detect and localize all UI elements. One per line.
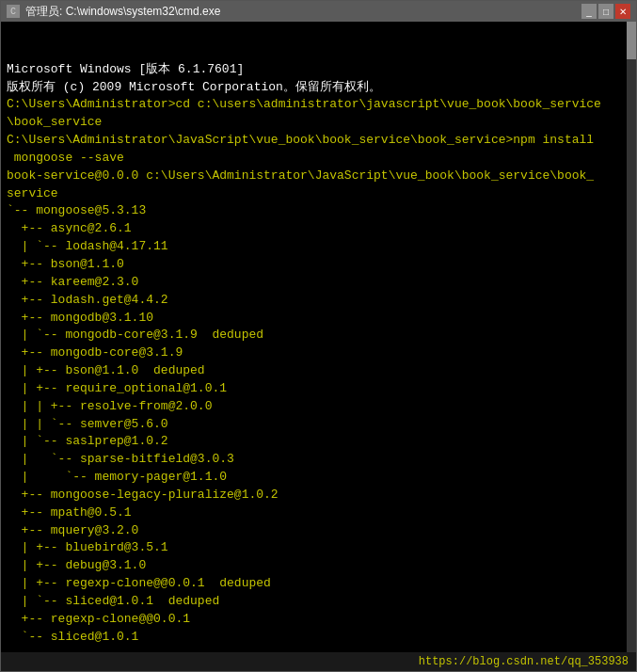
terminal-line: `-- sliced@1.0.1: [7, 629, 630, 647]
scrollbar[interactable]: [627, 22, 636, 652]
terminal-line: +-- mpath@0.5.1: [7, 504, 630, 522]
scrollbar-thumb[interactable]: [627, 22, 636, 59]
title-bar-left: C 管理员: C:\windows\system32\cmd.exe: [7, 4, 220, 20]
terminal-body: Microsoft Windows [版本 6.1.7601]版权所有 (c) …: [1, 22, 636, 652]
terminal-line: mongoose --save: [7, 150, 630, 168]
terminal-line: | +-- bluebird@3.5.1: [7, 539, 630, 557]
terminal-line: | +-- require_optional@1.0.1: [7, 380, 630, 398]
terminal-content: Microsoft Windows [版本 6.1.7601]版权所有 (c) …: [7, 25, 630, 648]
terminal-line: C:\Users\Administrator>cd c:\users\admin…: [7, 96, 630, 114]
cmd-icon: C: [7, 5, 20, 18]
close-button[interactable]: ✕: [615, 4, 630, 19]
terminal-line: | | `-- semver@5.6.0: [7, 416, 630, 434]
terminal-line: | +-- debug@3.1.0: [7, 557, 630, 575]
terminal-line: Microsoft Windows [版本 6.1.7601]: [7, 61, 630, 79]
terminal-line: +-- mongodb-core@3.1.9: [7, 344, 630, 362]
terminal-line: | `-- sliced@1.0.1 deduped: [7, 593, 630, 611]
terminal-line: +-- mquery@3.2.0: [7, 522, 630, 540]
terminal-line: +-- mongodb@3.1.10: [7, 310, 630, 328]
terminal-line: \book_service: [7, 114, 630, 132]
title-bar: C 管理员: C:\windows\system32\cmd.exe _ □ ✕: [1, 1, 636, 22]
terminal-line: | +-- bson@1.1.0 deduped: [7, 362, 630, 380]
terminal-line: | `-- saslprep@1.0.2: [7, 433, 630, 451]
csdn-link: https://blog.csdn.net/qq_353938: [419, 655, 629, 668]
terminal-line: +-- lodash.get@4.4.2: [7, 292, 630, 310]
terminal-line: | `-- lodash@4.17.11: [7, 238, 630, 256]
terminal-line: +-- mongoose-legacy-pluralize@1.0.2: [7, 487, 630, 504]
terminal-line: +-- async@2.6.1: [7, 220, 630, 238]
terminal-line: | `-- mongodb-core@3.1.9 deduped: [7, 327, 630, 344]
terminal-line: | +-- regexp-clone@@0.0.1 deduped: [7, 575, 630, 593]
maximize-button[interactable]: □: [598, 4, 613, 19]
terminal-line: 版权所有 (c) 2009 Microsoft Corporation。保留所有…: [7, 79, 630, 97]
terminal-line: | `-- sparse-bitfield@3.0.3: [7, 451, 630, 469]
terminal-line: | `-- memory-pager@1.1.0: [7, 469, 630, 487]
terminal-line: +-- bson@1.1.0: [7, 256, 630, 274]
terminal-line: +-- regexp-clone@@0.0.1: [7, 611, 630, 629]
terminal-line: +-- kareem@2.3.0: [7, 274, 630, 292]
terminal-line: C:\Users\Administrator\JavaScript\vue_bo…: [7, 132, 630, 150]
terminal-line: service: [7, 185, 630, 203]
cmd-window: C 管理员: C:\windows\system32\cmd.exe _ □ ✕…: [0, 0, 637, 672]
minimize-button[interactable]: _: [581, 4, 597, 19]
window-controls: _ □ ✕: [581, 4, 630, 19]
terminal-line: `-- mongoose@5.3.13: [7, 202, 630, 220]
status-bar: https://blog.csdn.net/qq_353938: [1, 652, 636, 671]
terminal-line: book-service@0.0.0 c:\Users\Administrato…: [7, 168, 630, 185]
window-title: 管理员: C:\windows\system32\cmd.exe: [25, 4, 220, 20]
terminal-line: C:\Users\Administrator\JavaScript\vue_bo…: [7, 647, 630, 648]
terminal-line: | | +-- resolve-from@2.0.0: [7, 398, 630, 416]
